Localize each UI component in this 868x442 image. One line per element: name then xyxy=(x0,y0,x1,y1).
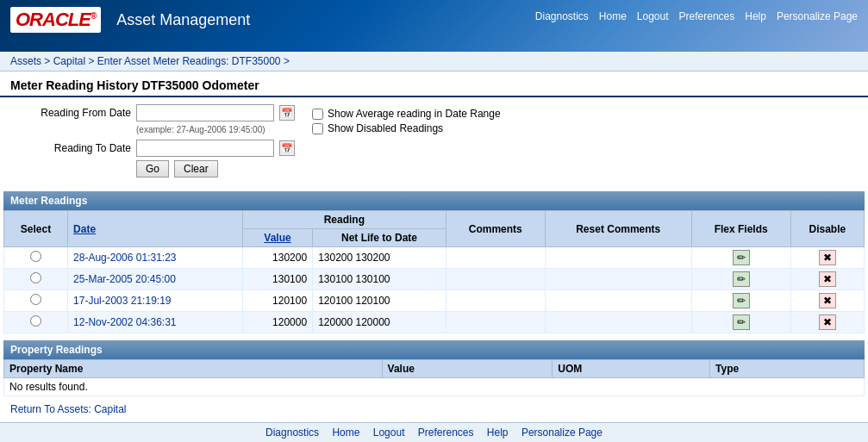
date-link[interactable]: 25-Mar-2005 20:45:00 xyxy=(73,273,176,285)
nav-help[interactable]: Help xyxy=(745,10,766,22)
breadcrumb: Assets > Capital > Enter Asset Meter Rea… xyxy=(0,52,868,72)
disable-icon[interactable]: ✖ xyxy=(819,314,836,330)
row-value: 130200 xyxy=(242,247,312,269)
row-select[interactable] xyxy=(4,290,68,312)
radio-select[interactable] xyxy=(30,251,41,262)
col-select: Select xyxy=(4,211,68,247)
bottom-nav-personalize[interactable]: Personalize Page xyxy=(521,426,603,439)
nav-diagnostics[interactable]: Diagnostics xyxy=(535,10,589,22)
property-readings-section: Property Readings Property Name Value UO… xyxy=(0,340,868,396)
form-left: Reading From Date 📅 (example: 27-Aug-200… xyxy=(10,104,295,177)
row-value: 130100 xyxy=(242,269,312,290)
bottom-nav-help[interactable]: Help xyxy=(487,426,509,439)
col-disable: Disable xyxy=(790,211,864,247)
row-date: 28-Aug-2006 01:31:23 xyxy=(68,247,243,269)
reading-from-label: Reading From Date xyxy=(10,107,131,119)
row-date: 25-Mar-2005 20:45:00 xyxy=(68,269,243,290)
row-disable[interactable]: ✖ xyxy=(790,269,864,290)
breadcrumb-sep1: > xyxy=(44,55,53,67)
no-results: No results found. xyxy=(4,378,865,396)
row-date: 17-Jul-2003 21:19:19 xyxy=(68,290,243,312)
table-row: 12-Nov-2002 04:36:31 120000 120000 12000… xyxy=(4,312,865,333)
col-comments: Comments xyxy=(446,211,545,247)
show-disabled-checkbox[interactable] xyxy=(312,123,323,134)
col-reading-group: Reading xyxy=(242,211,446,229)
nav-home[interactable]: Home xyxy=(599,10,627,22)
col-date-link[interactable]: Date xyxy=(73,223,96,235)
flex-fields-icon[interactable]: ✏ xyxy=(733,250,750,265)
flex-fields-icon[interactable]: ✏ xyxy=(733,314,750,330)
prop-col-name: Property Name xyxy=(4,360,383,378)
row-reset-comments xyxy=(545,312,691,333)
breadcrumb-sep2: > xyxy=(88,55,97,67)
breadcrumb-enter-readings[interactable]: Enter Asset Meter Readings: DTF35000 xyxy=(97,55,281,67)
nav-logout[interactable]: Logout xyxy=(637,10,669,22)
radio-select[interactable] xyxy=(30,315,41,327)
flex-fields-icon[interactable]: ✏ xyxy=(733,271,750,287)
reading-from-input[interactable] xyxy=(136,104,274,121)
go-button[interactable]: Go xyxy=(136,160,169,177)
row-net-life: 130100 130100 xyxy=(313,269,446,290)
disable-icon[interactable]: ✖ xyxy=(819,293,836,308)
logo-area: ORACLE® Asset Management xyxy=(10,7,250,33)
calendar-to-icon[interactable]: 📅 xyxy=(279,140,295,156)
show-disabled-row: Show Disabled Readings xyxy=(312,122,501,134)
row-disable[interactable]: ✖ xyxy=(790,290,864,312)
date-link[interactable]: 17-Jul-2003 21:19:19 xyxy=(73,295,171,307)
radio-select[interactable] xyxy=(30,272,41,283)
form-right: Show Average reading in Date Range Show … xyxy=(312,108,501,137)
reading-to-row: Reading To Date 📅 xyxy=(10,140,295,157)
row-flex-fields[interactable]: ✏ xyxy=(691,312,790,333)
clear-button[interactable]: Clear xyxy=(174,160,218,177)
row-comments xyxy=(446,290,545,312)
col-reset-comments: Reset Comments xyxy=(545,211,691,247)
date-hint: (example: 27-Aug-2006 19:45:00) xyxy=(136,125,295,134)
return-link[interactable]: Return To Assets: Capital xyxy=(10,403,127,415)
bottom-nav-home[interactable]: Home xyxy=(332,426,359,439)
breadcrumb-capital[interactable]: Capital xyxy=(53,55,85,67)
row-reset-comments xyxy=(545,247,691,269)
property-readings-table: Property Name Value UOM Type No results … xyxy=(3,359,865,396)
bottom-nav-preferences[interactable]: Preferences xyxy=(418,426,474,439)
row-comments xyxy=(446,312,545,333)
flex-fields-icon[interactable]: ✏ xyxy=(733,293,750,308)
row-net-life: 130200 130200 xyxy=(313,247,446,269)
row-disable[interactable]: ✖ xyxy=(790,312,864,333)
breadcrumb-assets[interactable]: Assets xyxy=(10,55,41,67)
page-title: Meter Reading History DTF35000 Odometer xyxy=(0,72,868,97)
calendar-from-icon[interactable]: 📅 xyxy=(279,105,295,121)
bottom-nav-logout[interactable]: Logout xyxy=(373,426,405,439)
nav-preferences[interactable]: Preferences xyxy=(679,10,735,22)
registered-mark: ® xyxy=(91,11,96,21)
return-link-area: Return To Assets: Capital xyxy=(0,396,868,422)
disable-icon[interactable]: ✖ xyxy=(819,250,836,265)
table-row: 17-Jul-2003 21:19:19 120100 120100 12010… xyxy=(4,290,865,312)
row-flex-fields[interactable]: ✏ xyxy=(691,269,790,290)
date-link[interactable]: 12-Nov-2002 04:36:31 xyxy=(73,316,176,328)
disable-icon[interactable]: ✖ xyxy=(819,271,836,287)
top-header: ORACLE® Asset Management Diagnostics Hom… xyxy=(0,0,868,52)
row-flex-fields[interactable]: ✏ xyxy=(691,247,790,269)
radio-select[interactable] xyxy=(30,294,41,305)
show-average-checkbox[interactable] xyxy=(312,109,323,120)
row-comments xyxy=(446,269,545,290)
reading-to-input[interactable] xyxy=(136,140,274,157)
nav-personalize[interactable]: Personalize Page xyxy=(777,10,858,22)
row-select[interactable] xyxy=(4,312,68,333)
col-net-life: Net Life to Date xyxy=(313,229,446,247)
row-net-life: 120000 120000 xyxy=(313,312,446,333)
row-flex-fields[interactable]: ✏ xyxy=(691,290,790,312)
row-select[interactable] xyxy=(4,247,68,269)
date-link[interactable]: 28-Aug-2006 01:31:23 xyxy=(73,252,176,264)
col-value-link[interactable]: Value xyxy=(264,232,290,244)
bottom-nav: Diagnostics Home Logout Preferences Help… xyxy=(0,422,868,442)
bottom-nav-diagnostics[interactable]: Diagnostics xyxy=(265,426,319,439)
row-select[interactable] xyxy=(4,269,68,290)
table-row: 28-Aug-2006 01:31:23 130200 130200 13020… xyxy=(4,247,865,269)
row-disable[interactable]: ✖ xyxy=(790,247,864,269)
meter-readings-header: Meter Readings xyxy=(3,191,865,210)
meter-readings-section: Meter Readings Select Date Reading Comme… xyxy=(0,191,868,333)
row-value: 120100 xyxy=(242,290,312,312)
row-reset-comments xyxy=(545,290,691,312)
col-flex-fields: Flex Fields xyxy=(691,211,790,247)
